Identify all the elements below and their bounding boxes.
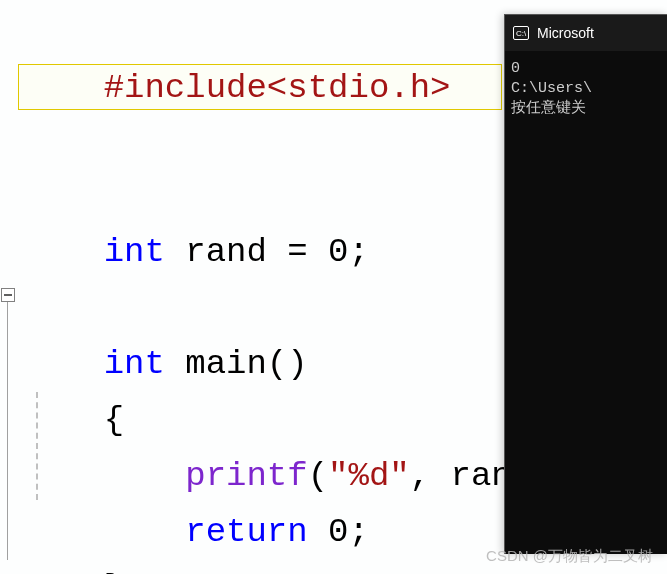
code-line-include: #include<stdio.h> [22,4,451,172]
console-output: 0 C:\Users\ 按任意键关 [505,51,667,127]
declaration-text: rand = 0; [165,233,369,271]
preprocessor-directive: #include [104,69,267,107]
brace-close: } [104,569,124,574]
include-header: <stdio.h> [267,69,451,107]
output-line: C:\Users\ [511,80,592,97]
return-value: 0; [308,513,369,551]
watermark-text: CSDN @万物皆为二叉树 [486,547,653,566]
output-line: 0 [511,60,520,77]
console-titlebar[interactable]: C:\ Microsoft [505,15,667,51]
console-title: Microsoft [537,25,594,41]
terminal-icon: C:\ [513,26,529,40]
fold-toggle-icon[interactable] [1,288,15,302]
keyword-int: int [104,233,165,271]
console-window[interactable]: C:\ Microsoft 0 C:\Users\ 按任意键关 [504,14,667,554]
keyword-return: return [185,513,307,551]
fold-guide-line [7,302,8,560]
minus-icon [4,294,12,296]
code-line-brace-close: } [22,504,124,574]
terminal-icon-text: C:\ [516,29,526,38]
main-signature: main() [165,345,308,383]
output-line: 按任意键关 [511,100,586,117]
